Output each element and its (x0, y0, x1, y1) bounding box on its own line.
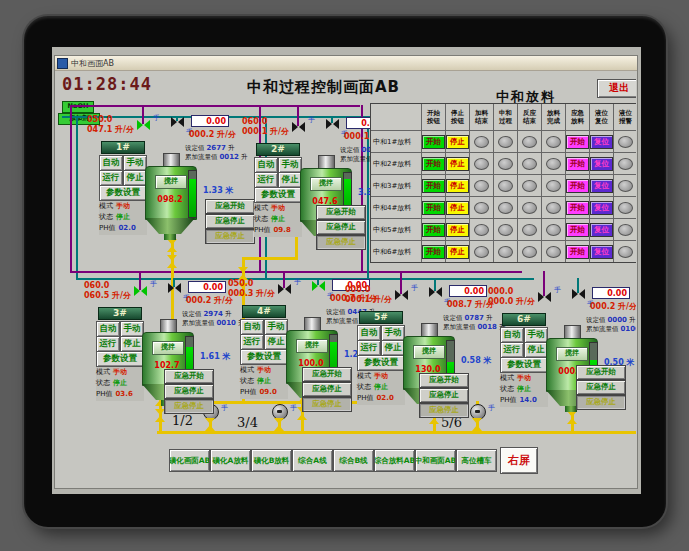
table-cell: 停止 (445, 240, 469, 262)
emergency-start-button[interactable]: 应急开始 (164, 369, 214, 384)
discharge-start-button[interactable]: 开始 (422, 135, 445, 149)
run-button[interactable]: 运行 (240, 334, 264, 350)
param-settings-button[interactable]: 参数设置 (500, 357, 548, 373)
inlet-valve-right-icon[interactable] (326, 119, 339, 130)
stir-button[interactable]: 搅拌 (310, 177, 342, 191)
auto-button[interactable]: 自动 (99, 155, 123, 171)
nav-button-2[interactable]: 磺化A放料 (210, 449, 251, 472)
table-corner-cell (371, 104, 421, 130)
manual-button[interactable]: 手动 (524, 327, 548, 343)
stop-button[interactable]: 停止 (381, 340, 405, 356)
nav-button-right-screen[interactable]: 右屏 (500, 447, 538, 474)
table-row-label: 中和3#放料 (371, 174, 421, 196)
discharge-start-button[interactable]: 开始 (422, 157, 445, 171)
param-settings-button[interactable]: 参数设置 (99, 185, 147, 201)
inlet-valve-left-icon[interactable] (278, 284, 291, 295)
discharge-stop-button[interactable]: 停止 (446, 135, 469, 149)
param-settings-button[interactable]: 参数设置 (357, 355, 405, 371)
nav-button-7[interactable]: 中和画面AB (415, 449, 456, 472)
run-button[interactable]: 运行 (254, 172, 278, 188)
inlet-valve-left-icon[interactable] (134, 286, 147, 297)
discharge-start-button[interactable]: 开始 (422, 223, 445, 237)
run-button[interactable]: 运行 (96, 336, 120, 352)
stop-button[interactable]: 停止 (524, 342, 548, 358)
stop-button[interactable]: 停止 (123, 170, 147, 186)
emergency-start-button[interactable]: 应急开始 (419, 373, 469, 388)
level-reset-button[interactable]: 复位 (590, 135, 613, 149)
discharge-valve-icon[interactable] (167, 255, 178, 268)
inlet-valve-left-icon[interactable] (395, 290, 408, 301)
manual-button[interactable]: 手动 (381, 325, 405, 341)
stir-button[interactable]: 搅拌 (556, 347, 588, 361)
inlet-valve-left-icon[interactable] (137, 120, 150, 131)
auto-button[interactable]: 自动 (357, 325, 381, 341)
auto-button[interactable]: 自动 (254, 157, 278, 173)
level-reset-button[interactable]: 复位 (590, 179, 613, 193)
nav-button-4[interactable]: 综合A线 (292, 449, 333, 472)
discharge-stop-button[interactable]: 停止 (446, 179, 469, 193)
discharge-stop-button[interactable]: 停止 (446, 157, 469, 171)
auto-button[interactable]: 自动 (240, 319, 264, 335)
emergency-start-button[interactable]: 应急开始 (316, 205, 366, 220)
discharge-stop-button[interactable]: 停止 (446, 245, 469, 259)
manual-button[interactable]: 手动 (264, 319, 288, 335)
param-settings-button[interactable]: 参数设置 (254, 187, 302, 203)
emergency-discharge-button[interactable]: 开始 (566, 157, 589, 171)
run-button[interactable]: 运行 (99, 170, 123, 186)
manual-button[interactable]: 手动 (120, 321, 144, 337)
inlet-valve-right-icon[interactable] (171, 117, 184, 128)
stop-button[interactable]: 停止 (120, 336, 144, 352)
nav-button-6[interactable]: 综合放料AB (374, 449, 415, 472)
inlet-valve-right-icon[interactable] (168, 283, 181, 294)
tank-graphic[interactable]: 搅拌098.2 (145, 153, 199, 241)
emergency-stop-button[interactable]: 应急停止 (419, 388, 469, 403)
manual-button[interactable]: 手动 (278, 157, 302, 173)
stir-button[interactable]: 搅拌 (155, 175, 187, 189)
emergency-discharge-button[interactable]: 开始 (566, 245, 589, 259)
inlet-valve-right-icon[interactable] (429, 287, 442, 298)
stir-button[interactable]: 搅拌 (413, 345, 445, 359)
param-settings-button[interactable]: 参数设置 (96, 351, 144, 367)
nav-button-8[interactable]: 高位槽车 (456, 449, 497, 472)
pump-valve-icon[interactable] (274, 418, 285, 431)
stop-button[interactable]: 停止 (278, 172, 302, 188)
exit-button[interactable]: 退出 (597, 79, 636, 98)
window-titlebar[interactable]: 中和画面AB (55, 56, 637, 71)
inlet-valve-right-icon[interactable] (312, 281, 325, 292)
level-reset-button[interactable]: 复位 (590, 157, 613, 171)
emergency-stop-button[interactable]: 应急停止 (164, 384, 214, 399)
discharge-stop-button[interactable]: 停止 (446, 223, 469, 237)
nav-button-3[interactable]: 磺化B放料 (251, 449, 292, 472)
stir-button[interactable]: 搅拌 (152, 341, 184, 355)
emergency-start-button[interactable]: 应急开始 (576, 365, 626, 380)
auto-button[interactable]: 自动 (96, 321, 120, 337)
emergency-discharge-button[interactable]: 开始 (566, 179, 589, 193)
stop-button[interactable]: 停止 (264, 334, 288, 350)
emergency-stop-button[interactable]: 应急停止 (576, 380, 626, 395)
inlet-valve-right-icon[interactable] (572, 289, 585, 300)
level-reset-button[interactable]: 复位 (590, 201, 613, 215)
discharge-start-button[interactable]: 开始 (422, 201, 445, 215)
discharge-start-button[interactable]: 开始 (422, 179, 445, 193)
inlet-valve-left-icon[interactable] (292, 122, 305, 133)
stir-button[interactable]: 搅拌 (296, 339, 328, 353)
run-button[interactable]: 运行 (500, 342, 524, 358)
nav-button-1[interactable]: 磺化画面AB (169, 449, 210, 472)
discharge-start-button[interactable]: 开始 (422, 245, 445, 259)
flow-rate: 047.1 升/分 (87, 125, 134, 135)
param-settings-button[interactable]: 参数设置 (240, 349, 288, 365)
level-reset-button[interactable]: 复位 (590, 245, 613, 259)
emergency-discharge-button[interactable]: 开始 (566, 201, 589, 215)
auto-button[interactable]: 自动 (500, 327, 524, 343)
level-reset-button[interactable]: 复位 (590, 223, 613, 237)
discharge-stop-button[interactable]: 停止 (446, 201, 469, 215)
inlet-valve-left-icon[interactable] (538, 292, 551, 303)
manual-button[interactable]: 手动 (123, 155, 147, 171)
totalizer-value: 0787 (465, 314, 484, 322)
nav-button-5[interactable]: 综合B线 (333, 449, 374, 472)
run-button[interactable]: 运行 (357, 340, 381, 356)
emergency-discharge-button[interactable]: 开始 (566, 223, 589, 237)
info-row: PH值02.0 (357, 393, 405, 404)
emergency-stop-button[interactable]: 应急停止 (316, 220, 366, 235)
emergency-discharge-button[interactable]: 开始 (566, 135, 589, 149)
